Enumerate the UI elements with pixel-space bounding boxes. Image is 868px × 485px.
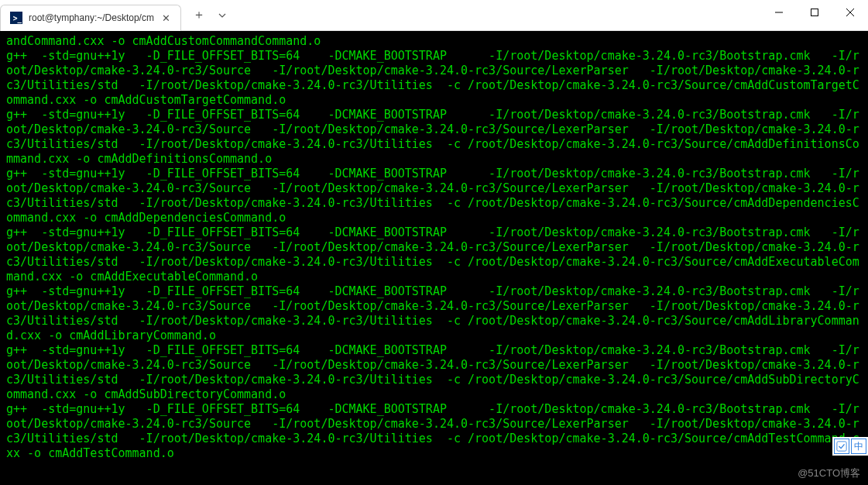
tabs: >_ root@tymphany:~/Desktop/cm ✕ ＋	[0, 0, 234, 30]
svg-text:>_: >_	[13, 14, 22, 23]
terminal-output[interactable]: andCommand.cxx -o cmAddCustomCommandComm…	[0, 31, 868, 485]
ime-lang-icon[interactable]: 中	[851, 439, 866, 454]
watermark: @51CTO博客	[798, 466, 860, 480]
tab-dropdown-button[interactable]	[211, 4, 234, 27]
tab-terminal[interactable]: >_ root@tymphany:~/Desktop/cm ✕	[0, 5, 181, 31]
svg-rect-6	[837, 442, 846, 451]
close-tab-button[interactable]: ✕	[160, 12, 173, 24]
tab-title: root@tymphany:~/Desktop/cm	[29, 12, 154, 23]
close-button[interactable]	[832, 0, 868, 25]
maximize-button[interactable]	[797, 0, 832, 25]
powershell-icon: >_	[10, 12, 22, 24]
titlebar: >_ root@tymphany:~/Desktop/cm ✕ ＋	[0, 0, 868, 31]
window-controls	[761, 0, 868, 25]
svg-rect-3	[811, 9, 818, 16]
ime-mode-icon[interactable]	[834, 439, 849, 454]
new-tab-button[interactable]: ＋	[187, 4, 211, 27]
ime-indicator[interactable]: 中	[832, 437, 868, 456]
minimize-button[interactable]	[761, 0, 797, 25]
